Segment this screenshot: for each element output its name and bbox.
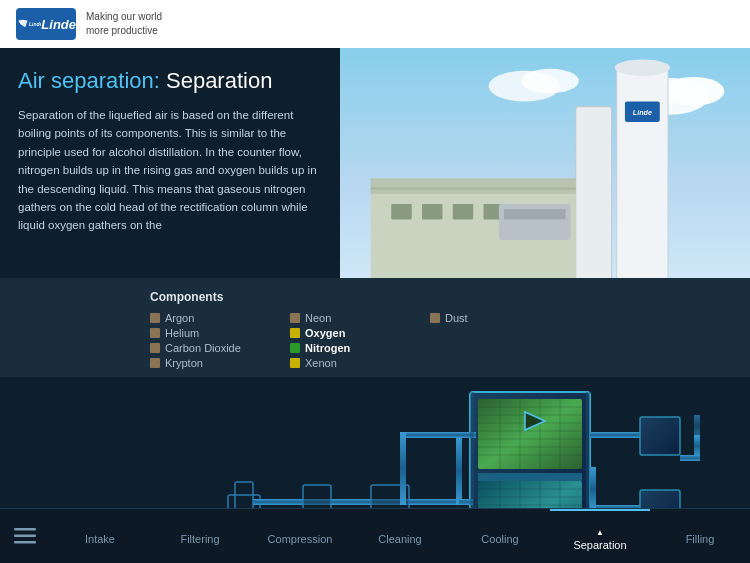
app: Linde Making our world more productive A… [0, 0, 750, 563]
header: Linde Making our world more productive [0, 0, 750, 48]
co2-dot [150, 343, 160, 353]
component-dust: Dust [430, 312, 560, 324]
article-title-sep: Separation [166, 68, 272, 93]
logo-area: Linde Making our world more productive [16, 8, 162, 40]
svg-rect-18 [391, 204, 412, 219]
svg-rect-74 [590, 467, 596, 508]
svg-point-10 [615, 59, 670, 75]
components-section: Components Argon Neon Dust [0, 278, 750, 377]
neon-dot [290, 313, 300, 323]
component-neon: Neon [290, 312, 420, 324]
svg-rect-36 [478, 399, 582, 469]
component-argon: Argon [150, 312, 280, 324]
component-helium: Helium [150, 327, 280, 339]
dust-dot [430, 313, 440, 323]
svg-rect-68 [680, 455, 700, 461]
svg-point-7 [521, 69, 578, 94]
tab-filtering[interactable]: Filtering [150, 509, 250, 563]
krypton-dot [150, 358, 160, 368]
tab-filling[interactable]: Filling [650, 509, 750, 563]
svg-rect-19 [422, 204, 443, 219]
top-content: Air separation: Separation Separation of… [0, 48, 750, 278]
svg-rect-78 [14, 535, 36, 538]
svg-rect-76 [586, 392, 590, 508]
svg-rect-66 [640, 490, 680, 508]
component-empty-2 [430, 342, 560, 354]
tab-intake[interactable]: Intake [50, 509, 150, 563]
svg-rect-65 [640, 417, 680, 455]
svg-rect-34 [456, 437, 462, 505]
nav-tabs: Intake Filtering Compression Cleaning Co… [50, 509, 750, 563]
helium-dot [150, 328, 160, 338]
svg-rect-27 [253, 499, 303, 505]
oxygen-dot [290, 328, 300, 338]
process-svg [0, 377, 750, 508]
component-nitrogen: Nitrogen [290, 342, 420, 354]
svg-rect-75 [470, 392, 474, 508]
svg-rect-79 [14, 541, 36, 544]
footer-nav: Intake Filtering Compression Cleaning Co… [0, 508, 750, 563]
xenon-dot [290, 358, 300, 368]
process-diagram-area [0, 377, 750, 508]
svg-rect-50 [478, 481, 582, 508]
components-grid: Argon Neon Dust Helium [150, 312, 730, 369]
content-area: Air separation: Separation Separation of… [0, 48, 750, 508]
tagline-line1: Making our world [86, 10, 162, 24]
svg-rect-73 [400, 432, 406, 505]
article-title-label: Air separation: [18, 68, 160, 93]
svg-rect-64 [590, 505, 645, 508]
component-empty-3 [430, 357, 560, 369]
argon-dot [150, 313, 160, 323]
article-body: Separation of the liquefied air is based… [18, 106, 322, 235]
tab-cooling[interactable]: Cooling [450, 509, 550, 563]
components-title: Components [150, 290, 730, 304]
svg-rect-49 [478, 473, 582, 481]
nitrogen-dot [290, 343, 300, 353]
component-empty-1 [430, 327, 560, 339]
chevron-up-icon: ▲ [596, 528, 604, 537]
linde-logo: Linde [16, 8, 76, 40]
article-panel: Air separation: Separation Separation of… [0, 48, 340, 278]
svg-rect-67 [694, 435, 700, 457]
hamburger-icon [14, 528, 36, 544]
svg-rect-63 [590, 432, 645, 438]
svg-rect-20 [453, 204, 474, 219]
svg-rect-16 [371, 178, 576, 193]
bottom-content: Components Argon Neon Dust [0, 278, 750, 508]
svg-rect-23 [504, 209, 566, 219]
svg-rect-24 [0, 377, 750, 508]
svg-rect-29 [303, 499, 331, 505]
svg-rect-30 [331, 499, 371, 505]
header-tagline: Making our world more productive [86, 10, 162, 38]
component-co2: Carbon Dioxide [150, 342, 280, 354]
svg-rect-69 [694, 415, 700, 437]
tab-compression[interactable]: Compression [250, 509, 350, 563]
svg-rect-72 [400, 432, 463, 438]
component-oxygen: Oxygen [290, 327, 420, 339]
tab-separation[interactable]: ▲ Separation [550, 509, 650, 563]
tab-cleaning[interactable]: Cleaning [350, 509, 450, 563]
svg-rect-8 [617, 66, 668, 278]
svg-rect-33 [409, 499, 459, 505]
photo-panel: Linde [340, 48, 750, 278]
component-xenon: Xenon [290, 357, 420, 369]
component-krypton: Krypton [150, 357, 280, 369]
svg-rect-13 [576, 107, 612, 278]
menu-button[interactable] [0, 509, 50, 563]
svg-rect-77 [14, 528, 36, 531]
tagline-line2: more productive [86, 24, 162, 38]
article-title: Air separation: Separation [18, 68, 322, 94]
svg-text:Linde: Linde [29, 21, 41, 27]
svg-text:Linde: Linde [633, 109, 652, 117]
